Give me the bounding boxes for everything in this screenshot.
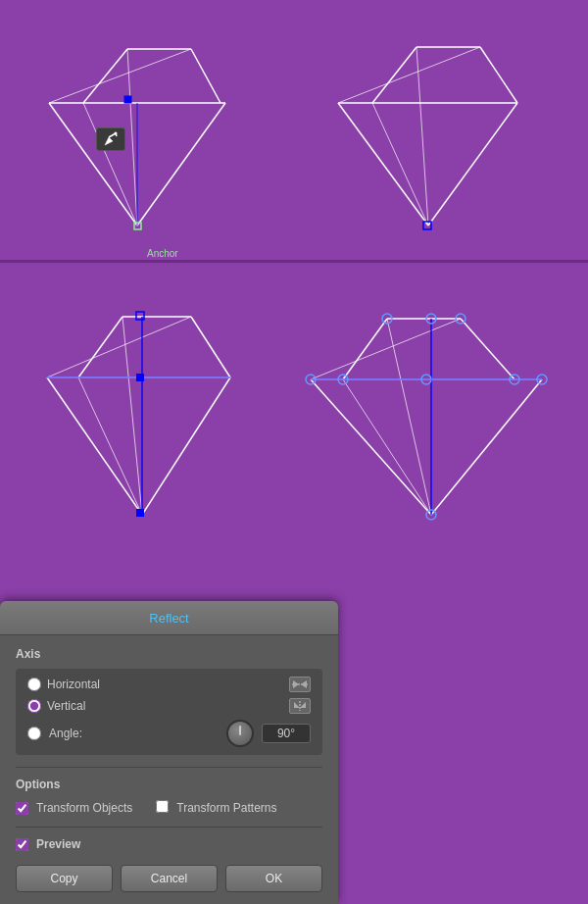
diamond-bottom-left	[20, 279, 265, 534]
svg-line-33	[142, 377, 230, 515]
svg-rect-40	[136, 374, 144, 381]
horizontal-radio[interactable]	[27, 678, 41, 691]
svg-rect-39	[136, 312, 144, 320]
vertical-row: Vertical	[27, 698, 311, 714]
angle-input[interactable]	[262, 724, 311, 743]
svg-line-48	[387, 319, 431, 515]
svg-line-24	[416, 47, 428, 226]
options-section-label: Options	[16, 778, 322, 791]
svg-line-32	[47, 377, 142, 515]
preview-row: Preview	[16, 837, 322, 851]
transform-objects-checkbox[interactable]	[16, 802, 28, 815]
horizontal-row: Horizontal	[27, 677, 311, 692]
angle-dial[interactable]	[226, 720, 254, 747]
vertical-reflect-icon	[289, 698, 311, 714]
svg-line-9	[83, 103, 137, 226]
svg-line-2	[191, 49, 220, 103]
svg-line-36	[47, 317, 191, 377]
horizontal-reflect-icon	[289, 677, 311, 692]
dialog-title-bar: Reflect	[0, 601, 338, 635]
vertical-radio[interactable]	[27, 699, 41, 713]
angle-row: Angle:	[27, 720, 311, 747]
canvas-area: Anchor	[0, 0, 588, 544]
anchor-label: Anchor	[147, 248, 178, 259]
svg-line-6	[137, 103, 225, 226]
section-divider-2	[16, 827, 322, 828]
angle-radio[interactable]	[27, 727, 41, 740]
vertical-label: Vertical	[47, 699, 283, 713]
svg-line-22	[338, 103, 428, 226]
svg-line-35	[78, 377, 142, 515]
diamond-bottom-right	[289, 279, 573, 534]
dialog-title: Reflect	[149, 611, 188, 626]
horizontal-label: Horizontal	[47, 678, 283, 691]
svg-rect-41	[136, 509, 144, 517]
svg-marker-67	[300, 702, 306, 708]
ok-button[interactable]: OK	[225, 865, 322, 892]
cancel-button[interactable]: Cancel	[121, 865, 218, 892]
angle-label: Angle:	[49, 727, 219, 740]
svg-line-8	[127, 49, 137, 226]
svg-marker-64	[301, 680, 307, 688]
svg-line-47	[431, 379, 542, 515]
svg-line-5	[49, 103, 137, 226]
transform-objects-label: Transform Objects	[36, 801, 132, 815]
svg-line-42	[343, 319, 387, 379]
svg-line-44	[461, 319, 514, 379]
transform-objects-row: Transform Objects Transform Patterns	[16, 799, 322, 817]
copy-button[interactable]: Copy	[16, 865, 113, 892]
svg-rect-12	[124, 96, 131, 103]
section-divider	[0, 260, 588, 263]
preview-checkbox[interactable]	[16, 838, 28, 851]
svg-line-50	[311, 319, 461, 379]
axis-radio-group: Horizontal Vertical	[16, 669, 322, 755]
transform-patterns-checkbox[interactable]	[156, 800, 169, 813]
dialog-buttons: Copy Cancel OK	[16, 865, 322, 892]
diamond-top-left: Anchor	[20, 20, 255, 245]
svg-point-17	[115, 132, 118, 135]
axis-section-label: Axis	[16, 647, 322, 661]
svg-marker-66	[294, 702, 300, 708]
svg-line-25	[372, 103, 428, 226]
reflect-dialog: Reflect Axis Horizontal Vertical	[0, 601, 338, 904]
svg-line-20	[480, 47, 517, 103]
pen-cursor-tooltip	[96, 127, 125, 151]
dialog-body: Axis Horizontal Vertical	[0, 635, 338, 904]
svg-line-46	[311, 379, 431, 515]
diamond-top-right	[304, 20, 559, 245]
svg-line-28	[78, 317, 122, 377]
svg-line-30	[191, 317, 230, 377]
svg-marker-14	[105, 137, 113, 145]
svg-line-49	[343, 379, 431, 515]
svg-marker-63	[293, 680, 299, 688]
section-divider	[16, 767, 322, 768]
svg-line-34	[122, 317, 142, 515]
preview-label: Preview	[36, 837, 80, 851]
options-section: Options Transform Objects Transform Patt…	[16, 778, 322, 817]
svg-line-23	[428, 103, 517, 226]
transform-patterns-label: Transform Patterns	[176, 801, 276, 815]
